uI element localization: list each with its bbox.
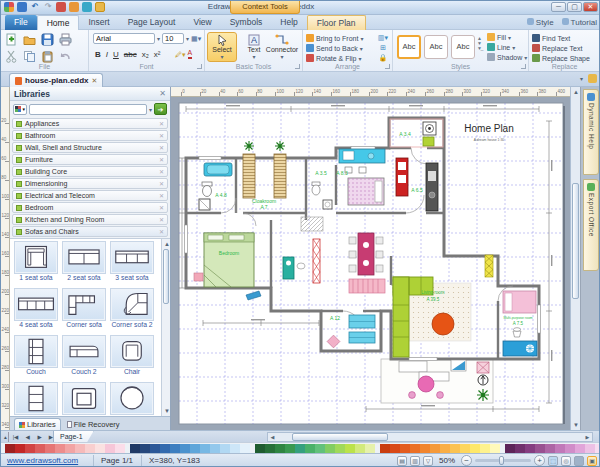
zoom-in-button[interactable]: + (534, 455, 545, 466)
highlight-color-icon[interactable]: 🖉▾ (175, 50, 186, 59)
library-item-bedroom[interactable]: Bedroom✕ (12, 202, 168, 213)
scroll-down-icon[interactable]: ▼ (162, 406, 170, 416)
color-swatch[interactable] (75, 444, 85, 453)
style-sample-3[interactable]: Abc (451, 35, 475, 59)
entry-mat[interactable] (301, 217, 323, 231)
library-symbol-1-seat-sofa[interactable]: 1 seat sofa (12, 241, 60, 288)
color-swatch[interactable] (130, 444, 140, 453)
library-search-go-button[interactable]: ➔ (154, 103, 167, 115)
color-swatch[interactable] (565, 444, 575, 453)
color-swatch[interactable] (365, 444, 375, 453)
dining-table[interactable] (349, 233, 383, 275)
round-table[interactable] (432, 313, 454, 335)
format-x-button[interactable]: x₂ (140, 49, 151, 60)
lock-icon[interactable]: 🔒 (378, 53, 388, 62)
library-symbol-extra-10[interactable] (60, 382, 108, 416)
patio-plant[interactable] (477, 389, 489, 401)
group-objects-icon[interactable]: ⊞ (378, 43, 388, 52)
canvas-scroll-right-icon[interactable]: ▶ (583, 433, 592, 441)
color-swatch[interactable] (285, 444, 295, 453)
nightstand[interactable] (194, 273, 203, 281)
color-swatch[interactable] (170, 444, 180, 453)
app-orange-icon[interactable] (69, 2, 79, 12)
room-label-bedroom1[interactable]: Bedroom (219, 250, 239, 256)
line-button[interactable]: Line▾ (487, 42, 527, 52)
color-swatch[interactable] (490, 444, 500, 453)
room-label-dressing[interactable]: A 12 (330, 315, 340, 321)
app-red-icon[interactable] (56, 2, 66, 12)
close-button[interactable]: ✕ (583, 2, 598, 12)
wardrobe-right[interactable] (274, 154, 286, 198)
color-swatch[interactable] (410, 444, 420, 453)
room-label-multi[interactable]: Multi-purpose room (503, 316, 532, 320)
dynamic-help-tab[interactable]: Dynamic Help (583, 89, 599, 175)
canvas-hscroll-thumb[interactable] (292, 433, 388, 441)
color-swatch[interactable] (115, 444, 125, 453)
canvas-scroll-left-icon[interactable]: ◀ (268, 433, 277, 441)
toilet[interactable] (202, 182, 212, 197)
color-swatch[interactable] (105, 444, 115, 453)
canvas-scroll-up-icon[interactable]: ▲ (571, 87, 581, 97)
library-scroll-thumb[interactable] (163, 249, 169, 304)
color-swatch[interactable] (325, 444, 335, 453)
color-swatch[interactable] (575, 444, 585, 453)
washing-machine[interactable] (423, 122, 436, 135)
open-folder-icon[interactable] (23, 33, 36, 46)
color-swatch[interactable] (55, 444, 65, 453)
color-swatch[interactable] (15, 444, 25, 453)
color-swatch[interactable] (160, 444, 170, 453)
library-item-kitchen-and-dining-room[interactable]: Kitchen and Dining Room✕ (12, 214, 168, 225)
tab-insert[interactable]: Insert (79, 15, 118, 30)
color-swatch[interactable] (85, 444, 95, 453)
library-search-dropdown-icon[interactable]: ▾ (149, 106, 152, 113)
color-swatch[interactable] (335, 444, 345, 453)
patio-chair-right[interactable] (437, 392, 444, 399)
library-symbol-4-seat-sofa[interactable]: 4 seat sofa (12, 288, 60, 335)
color-swatch[interactable] (315, 444, 325, 453)
fill-button[interactable]: Fill▾ (487, 32, 527, 42)
cut-icon[interactable] (5, 50, 18, 63)
color-swatch[interactable] (295, 444, 305, 453)
find-text-button[interactable]: Find Text (532, 33, 590, 43)
color-swatch[interactable] (220, 444, 230, 453)
folder-icon[interactable] (95, 2, 105, 12)
color-swatch[interactable] (535, 444, 545, 453)
color-swatch[interactable] (515, 444, 525, 453)
color-swatch[interactable] (190, 444, 200, 453)
color-swatch[interactable] (255, 444, 265, 453)
color-swatch[interactable] (5, 444, 15, 453)
arrange-send-to-back-button[interactable]: Send to Back▾ (306, 43, 363, 53)
library-remove-icon[interactable]: ✕ (159, 168, 164, 175)
library-remove-icon[interactable]: ✕ (159, 132, 164, 139)
dining-rug[interactable] (349, 279, 385, 293)
wardrobe-left[interactable] (243, 154, 255, 198)
shadow-button[interactable]: Shadow▾ (487, 52, 527, 62)
color-swatch[interactable] (275, 444, 285, 453)
library-scrollbar[interactable]: ▲ ▼ (161, 239, 170, 416)
library-item-bathroom[interactable]: Bathroom✕ (12, 130, 168, 141)
libraries-close-icon[interactable]: ✕ (159, 89, 166, 98)
style-link[interactable]: Style (527, 18, 554, 27)
maximize-button[interactable]: ▢ (567, 2, 582, 12)
library-symbol-couch[interactable]: Couch (12, 335, 60, 382)
save-icon[interactable] (17, 2, 27, 12)
export-office-tab[interactable]: Export Office (583, 179, 599, 271)
color-swatch[interactable] (525, 444, 535, 453)
desk-teal[interactable] (283, 257, 294, 279)
pan-mode-icon[interactable] (574, 456, 584, 466)
bathtub[interactable] (204, 163, 232, 176)
edrawsoft-link[interactable]: www.edrawsoft.com (7, 456, 78, 465)
bed-2[interactable] (348, 178, 384, 205)
replace-text-button[interactable]: Replace Text (532, 43, 590, 53)
redo-icon[interactable]: ↷ (43, 2, 53, 12)
canvas-scroll-down-icon[interactable]: ▼ (571, 420, 581, 430)
room-label-bedroom2[interactable]: A 8.3 (336, 170, 348, 176)
tab-libraries[interactable]: Libraries (14, 418, 61, 430)
library-menu-button[interactable]: ▾ (13, 104, 27, 115)
replace-shape-button[interactable]: Replace Shape (532, 53, 590, 63)
canvas-vscroll-thumb[interactable] (572, 183, 579, 299)
room-label-living-area[interactable]: A 39.5 (427, 297, 440, 302)
fit-to-window-icon[interactable]: ⬚ (548, 456, 558, 466)
shower[interactable] (199, 199, 210, 210)
undo-icon[interactable]: ↶ (30, 2, 40, 12)
